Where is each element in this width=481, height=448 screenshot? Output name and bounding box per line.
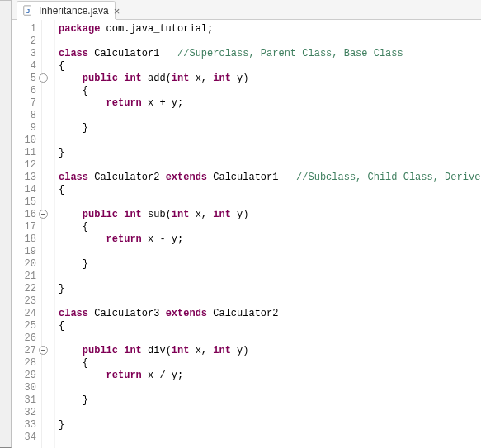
code-line[interactable]: { — [59, 60, 481, 73]
line-number: 27 — [12, 345, 36, 357]
java-file-icon: J — [22, 5, 34, 17]
line-number: 18 — [12, 233, 36, 246]
line-number: 7 — [12, 97, 36, 110]
fold-column — [42, 20, 55, 448]
line-number: 4 — [12, 60, 36, 73]
line-number-gutter: 1234567891011121314151617181920212223242… — [12, 20, 42, 448]
line-number: 2 — [12, 35, 36, 48]
code-line[interactable]: package com.java_tutorial; — [59, 23, 481, 35]
line-number: 28 — [12, 357, 36, 370]
code-line[interactable] — [59, 246, 481, 258]
line-number: 9 — [12, 122, 36, 134]
line-number: 20 — [12, 258, 36, 271]
code-line[interactable] — [59, 431, 481, 444]
code-line[interactable] — [59, 382, 481, 394]
line-number: 31 — [12, 394, 36, 407]
line-number: 13 — [12, 172, 36, 184]
code-line[interactable] — [59, 35, 481, 48]
code-line[interactable] — [59, 271, 481, 283]
code-line[interactable]: } — [59, 283, 481, 295]
line-number: 29 — [12, 370, 36, 382]
line-number: 30 — [12, 382, 36, 394]
code-line[interactable]: public int add(int x, int y) — [59, 73, 481, 85]
line-number: 19 — [12, 246, 36, 258]
code-line[interactable]: } — [59, 122, 481, 134]
vertical-ruler — [0, 0, 12, 448]
code-viewport: 1234567891011121314151617181920212223242… — [12, 20, 481, 448]
code-line[interactable]: } — [59, 147, 481, 159]
code-line[interactable]: { — [59, 357, 481, 370]
code-line[interactable]: { — [59, 85, 481, 97]
code-line[interactable]: { — [59, 320, 481, 332]
line-number: 17 — [12, 221, 36, 233]
line-number: 1 — [12, 23, 36, 35]
line-number: 8 — [12, 110, 36, 122]
code-line[interactable]: public int div(int x, int y) — [59, 345, 481, 357]
code-line[interactable] — [59, 332, 481, 345]
close-icon[interactable]: × — [114, 6, 120, 16]
line-number: 12 — [12, 159, 36, 172]
line-number: 33 — [12, 419, 36, 431]
fold-toggle-icon[interactable] — [39, 73, 48, 83]
code-line[interactable]: public int sub(int x, int y) — [59, 209, 481, 221]
file-tab[interactable]: J Inheritance.java × — [17, 1, 116, 20]
code-line[interactable] — [59, 295, 481, 308]
fold-toggle-icon[interactable] — [39, 346, 48, 355]
code-line[interactable]: return x - y; — [59, 233, 481, 246]
tab-title: Inheritance.java — [39, 5, 109, 17]
code-line[interactable]: return x + y; — [59, 97, 481, 110]
code-line[interactable] — [59, 407, 481, 419]
line-number: 5 — [12, 73, 36, 85]
code-line[interactable]: { — [59, 184, 481, 196]
code-line[interactable]: class Calculator1 //Superclass, Parent C… — [59, 48, 481, 60]
line-number: 26 — [12, 332, 36, 345]
line-number: 32 — [12, 407, 36, 419]
line-number: 22 — [12, 283, 36, 295]
line-number: 15 — [12, 196, 36, 209]
svg-text:J: J — [26, 7, 30, 15]
line-number: 11 — [12, 147, 36, 159]
code-line[interactable]: } — [59, 394, 481, 407]
line-number: 3 — [12, 48, 36, 60]
line-number: 23 — [12, 295, 36, 308]
line-number: 25 — [12, 320, 36, 332]
code-line[interactable] — [59, 134, 481, 147]
code-line[interactable] — [59, 159, 481, 172]
line-number: 21 — [12, 271, 36, 283]
code-line[interactable]: } — [59, 419, 481, 431]
code-line[interactable]: class Calculator3 extends Calculator2 — [59, 308, 481, 320]
line-number: 14 — [12, 184, 36, 196]
code-line[interactable]: { — [59, 221, 481, 233]
line-number: 24 — [12, 308, 36, 320]
editor-area: J Inheritance.java × 1234567891011121314… — [12, 0, 481, 448]
line-number: 6 — [12, 85, 36, 97]
code-line[interactable] — [59, 196, 481, 209]
code-line[interactable]: return x / y; — [59, 370, 481, 382]
code-line[interactable]: } — [59, 258, 481, 271]
code-line[interactable]: class Calculator2 extends Calculator1 //… — [59, 172, 481, 184]
code-content[interactable]: package com.java_tutorial;class Calculat… — [55, 20, 481, 448]
line-number: 10 — [12, 134, 36, 147]
code-line[interactable] — [59, 110, 481, 122]
line-number: 16 — [12, 209, 36, 221]
line-number: 34 — [12, 431, 36, 444]
fold-toggle-icon[interactable] — [39, 210, 48, 219]
tab-bar: J Inheritance.java × — [12, 0, 481, 20]
